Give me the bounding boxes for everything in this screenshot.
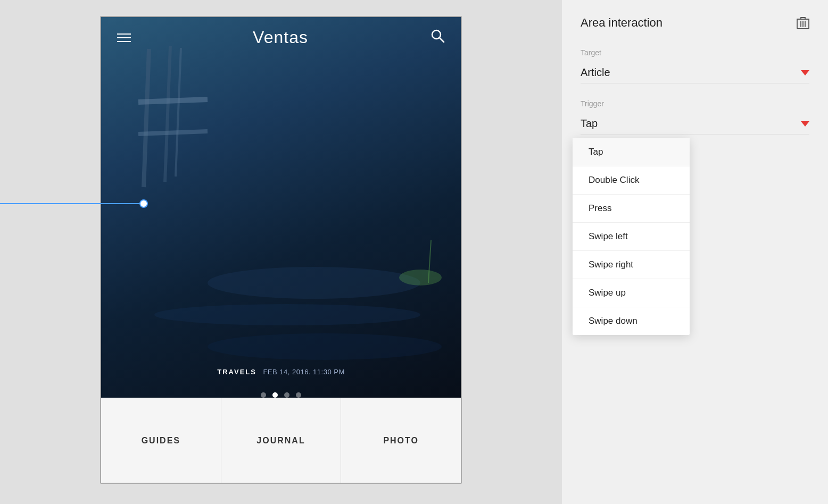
canvas-area: Ventas A fresh take on a concept store i… xyxy=(0,0,562,504)
target-value: Article xyxy=(581,66,610,79)
connection-dot xyxy=(139,199,148,208)
svg-line-4 xyxy=(138,99,208,102)
dropdown-item-swipe-down[interactable]: Swipe down xyxy=(573,307,690,335)
dropdown-item-swipe-left[interactable]: Swipe left xyxy=(573,223,690,250)
tab-guides[interactable]: GUIDES xyxy=(101,398,221,483)
trigger-label: Trigger xyxy=(581,99,809,108)
target-select-container: Article xyxy=(581,62,809,83)
dot-2[interactable] xyxy=(272,392,278,398)
mobile-background xyxy=(101,17,461,400)
carousel-dots xyxy=(101,392,461,398)
connection-line xyxy=(0,203,144,204)
svg-point-8 xyxy=(208,333,442,360)
trigger-value: Tap xyxy=(581,117,598,130)
svg-point-9 xyxy=(399,270,442,285)
search-icon[interactable] xyxy=(430,28,445,47)
dot-4[interactable] xyxy=(296,392,301,398)
panel-title: Area interaction xyxy=(581,16,809,30)
caption-area: TRAVELS FEB 14, 2016. 11:30 PM xyxy=(101,367,461,376)
target-select[interactable]: Article xyxy=(581,62,809,83)
trigger-select[interactable]: Tap xyxy=(581,113,809,135)
mobile-header: Ventas xyxy=(101,17,461,58)
svg-point-6 xyxy=(208,267,420,299)
target-label: Target xyxy=(581,48,809,57)
caption-category: TRAVELS xyxy=(217,368,256,376)
caption-date: FEB 14, 2016. 11:30 PM xyxy=(263,368,344,376)
tab-journal[interactable]: JOURNAL xyxy=(221,398,342,483)
dropdown-item-double-click[interactable]: Double Click xyxy=(573,166,690,194)
dot-1[interactable] xyxy=(261,392,266,398)
app-title: Ventas xyxy=(253,28,308,47)
dropdown-item-swipe-right[interactable]: Swipe right xyxy=(573,251,690,279)
target-dropdown-arrow xyxy=(801,70,809,75)
dropdown-item-tap[interactable]: Tap xyxy=(573,138,690,166)
dropdown-item-swipe-up[interactable]: Swipe up xyxy=(573,279,690,307)
tab-photo[interactable]: PHOTO xyxy=(341,398,461,483)
mobile-frame: Ventas A fresh take on a concept store i… xyxy=(100,16,462,484)
dot-3[interactable] xyxy=(284,392,289,398)
hamburger-icon[interactable] xyxy=(117,33,131,42)
svg-point-7 xyxy=(154,304,420,325)
bottom-tabs: GUIDES JOURNAL PHOTO xyxy=(101,398,461,483)
dropdown-item-press[interactable]: Press xyxy=(573,195,690,222)
trigger-select-container: Tap xyxy=(581,113,809,135)
svg-line-12 xyxy=(440,38,444,42)
right-panel: Area interaction Target Article Trigger … xyxy=(562,0,828,504)
trigger-dropdown-menu: Tap Double Click Press Swipe left Swipe … xyxy=(573,138,690,335)
trigger-dropdown-arrow xyxy=(801,121,809,127)
svg-line-5 xyxy=(138,131,208,134)
delete-icon[interactable] xyxy=(797,16,809,33)
